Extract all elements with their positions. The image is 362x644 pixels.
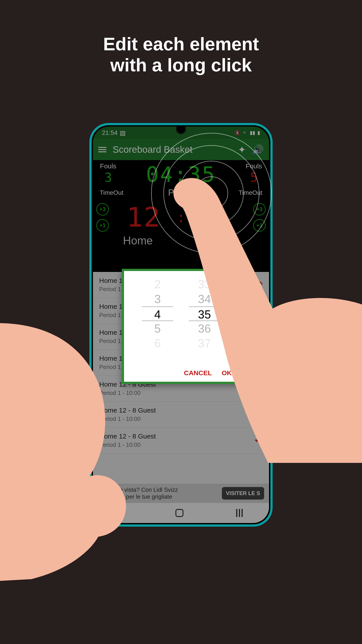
hand-illustration-left bbox=[0, 315, 197, 584]
headline-line2: with a long click bbox=[110, 55, 252, 75]
headline-line1: Edit each element bbox=[103, 34, 259, 54]
marketing-headline: Edit each element with a long click bbox=[0, 34, 362, 76]
